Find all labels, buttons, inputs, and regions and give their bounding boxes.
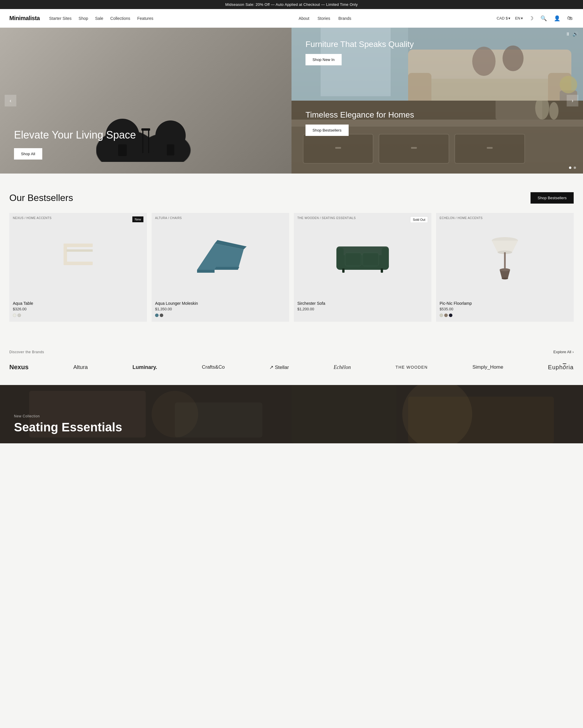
products-grid: NEXUS / HOME ACCENTS New Aqua Table $326… [9,213,574,322]
swatch-light[interactable] [440,314,443,317]
brand-logo-stellar[interactable]: ↗ Stellar [269,364,289,370]
swatch-mid[interactable] [444,314,448,317]
bestsellers-section: Our Bestsellers Shop Bestsellers NEXUS /… [0,174,583,336]
header: Minimalista Starter Sites Shop Sale Coll… [0,9,583,28]
product-price-lamp: $535.00 [440,307,570,311]
product-name-aqua-table: Aqua Table [13,301,143,306]
hero-left-content: Elevate Your Living Space Shop All [14,129,136,159]
svg-rect-45 [363,253,379,266]
brand-logo-simply[interactable]: Simply_Home [473,364,503,370]
color-swatches-lamp [440,314,570,317]
product-price-aqua-table: $326.00 [13,307,143,311]
brand-logo-crafts[interactable]: Crafts&Co [202,364,224,370]
hero-right-panel: Furniture That Speaks Quality Shop New I… [292,28,583,174]
product-badge-sold-out: Sold Out [410,216,428,223]
svg-rect-8 [167,145,174,155]
hero-dot-1[interactable] [569,166,571,169]
new-collection-title: Seating Essentials [14,421,122,434]
product-image-aqua-table: NEXUS / HOME ACCENTS New [9,213,147,297]
svg-rect-26 [335,147,341,149]
currency-label: CAD $ [497,16,508,20]
hero-shop-new-in-button[interactable]: Shop New In [305,54,342,65]
swatch-teal[interactable] [155,314,159,317]
hero-next-button[interactable]: › [567,95,578,106]
nav-starter-sites[interactable]: Starter Sites [49,16,72,21]
header-center-nav: About Stories Brands [299,16,352,21]
nav-sale[interactable]: Sale [95,16,103,21]
product-card-aqua-table[interactable]: NEXUS / HOME ACCENTS New Aqua Table $326… [9,213,147,322]
color-swatches-aqua-table [13,314,143,317]
product-card-lounger[interactable]: ALTURA / CHAIRS Aqua Lounger Moleskin $1… [151,213,289,322]
user-icon: 👤 [554,15,560,22]
currency-selector[interactable]: CAD $ ▾ [497,16,510,20]
svg-point-17 [503,46,524,71]
chevron-right-icon: › [573,350,574,354]
swatch-dark[interactable] [160,314,163,317]
brands-header: Discover the Brands Explore All › [9,350,574,354]
svg-rect-46 [342,268,344,273]
cart-button[interactable]: 🛍 [566,14,574,23]
svg-rect-43 [382,248,389,268]
brands-explore-label: Explore All [553,350,571,354]
search-icon: 🔍 [540,15,547,22]
currency-chevron-icon: ▾ [508,16,510,20]
nav-brands[interactable]: Brands [338,16,351,21]
account-button[interactable]: 👤 [553,14,561,23]
search-button[interactable]: 🔍 [539,14,548,23]
brands-explore-link[interactable]: Explore All › [553,350,574,354]
product-name-lounger: Aqua Lounger Moleskin [155,301,286,306]
shop-bestsellers-button[interactable]: Shop Bestsellers [530,192,574,204]
hero-dot-2[interactable] [574,166,576,169]
new-collection-section[interactable]: New Collection Seating Essentials [0,385,583,443]
hero-shop-all-button[interactable]: Shop All [14,148,42,159]
brand-logo-echelon[interactable]: Echēlon [334,364,351,370]
brand-logo-euphoria[interactable]: Euphōria [548,364,574,371]
product-card-sofa[interactable]: THE WOODEN / SEATING ESSENTIALS Sold Out [294,213,432,322]
svg-rect-27 [411,147,417,149]
bestsellers-header: Our Bestsellers Shop Bestsellers [9,192,574,204]
svg-rect-34 [63,262,93,265]
hero-top-title: Furniture That Speaks Quality [305,40,414,49]
hero-left-title: Elevate Your Living Space [14,129,136,141]
hero-dots [569,166,576,169]
theme-toggle-button[interactable]: ☽ [528,14,535,23]
hero-volume-button[interactable]: 🔊 [573,31,578,37]
hero-prev-button[interactable]: ‹ [5,95,16,106]
hero-left-panel: Elevate Your Living Space Shop All [0,28,292,174]
brands-discover-label: Discover the Brands [9,350,44,354]
nav-shop[interactable]: Shop [79,16,88,21]
swatch-1[interactable] [13,314,16,317]
svg-marker-38 [197,270,215,273]
nav-stories[interactable]: Stories [317,16,330,21]
product-info-aqua-table: Aqua Table $326.00 [9,297,147,322]
new-collection-label: New Collection [14,414,122,418]
brand-logo-wooden[interactable]: THE WOODEN [395,365,427,369]
brand-logo-nexus[interactable]: Nexus [9,363,29,371]
hero-shop-bestsellers-button[interactable]: Shop Bestsellers [305,125,349,136]
swatch-2[interactable] [18,314,21,317]
color-swatches-lounger [155,314,286,317]
product-badge-new: New [132,216,143,222]
product-card-lamp[interactable]: ECHELON / HOME ACCENTS Pic-Nic Floorlam [436,213,574,322]
svg-rect-58 [292,385,396,443]
product-name-lamp: Pic-Nic Floorlamp [440,301,570,306]
hero-pause-button[interactable]: ⏸ [565,31,570,37]
svg-rect-32 [63,243,93,247]
brands-logos-container: Nexus Altura Luminary. Crafts&Co ↗ Stell… [9,363,574,371]
hero-top-content: Furniture That Speaks Quality Shop New I… [305,40,414,65]
language-selector[interactable]: EN ▾ [515,16,523,20]
lang-chevron-icon: ▾ [521,16,523,20]
product-info-sofa: Sirchester Sofa $1,200.00 [294,297,432,318]
brands-section: Discover the Brands Explore All › Nexus … [0,336,583,385]
hero-bottom-content: Timeless Elegance for Homes Shop Bestsel… [305,110,414,136]
brand-logo-luminary[interactable]: Luminary. [132,364,157,370]
brand-logo-altura[interactable]: Altura [73,364,88,370]
nav-features[interactable]: Features [137,16,153,21]
logo[interactable]: Minimalista [9,15,40,22]
product-image-lamp: ECHELON / HOME ACCENTS [436,213,574,297]
svg-rect-29 [496,101,542,120]
swatch-dark-navy[interactable] [449,314,452,317]
svg-rect-3 [142,130,143,153]
nav-about[interactable]: About [299,16,310,21]
nav-collections[interactable]: Collections [110,16,130,21]
